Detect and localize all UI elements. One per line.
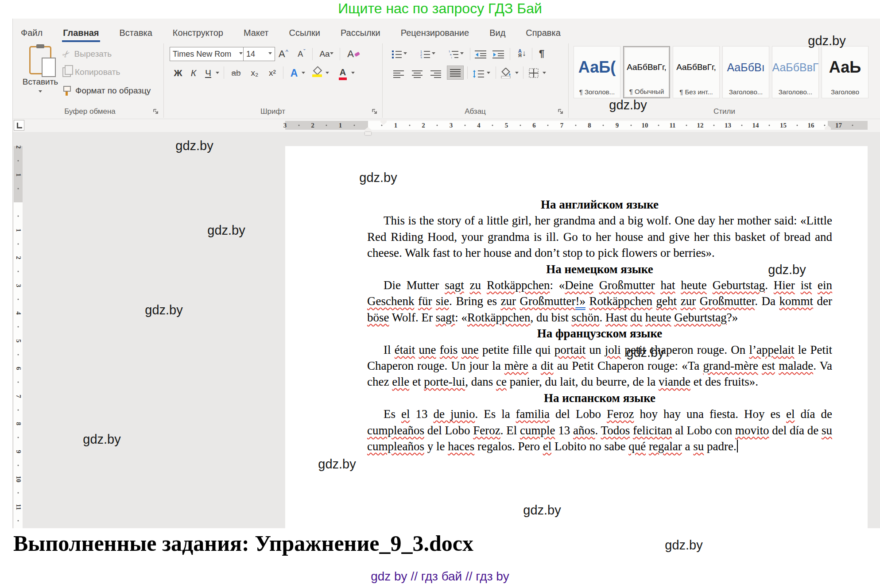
style-item-5[interactable]: АаЬЗаголово bbox=[822, 46, 868, 98]
text-run bbox=[775, 359, 779, 372]
arrow-down-icon: ↓ bbox=[522, 49, 526, 58]
tab-help[interactable]: Справка bbox=[525, 28, 561, 38]
font-size-combobox[interactable]: 14 bbox=[243, 47, 275, 61]
tab-review[interactable]: Рецензирование bbox=[400, 28, 470, 38]
copy-button[interactable]: Копировать bbox=[62, 67, 120, 77]
ruler-number: 9 bbox=[15, 450, 22, 453]
group-paragraph: 123 1ai А Я ↓ ¶ bbox=[382, 43, 569, 118]
svg-text:1: 1 bbox=[420, 50, 422, 53]
cut-button[interactable]: ✂ Вырезать bbox=[62, 49, 112, 59]
align-center-button[interactable] bbox=[410, 66, 425, 81]
ruler-number: 4 bbox=[477, 122, 481, 129]
highlight-chevron-icon[interactable] bbox=[326, 72, 329, 76]
style-item-0[interactable]: АаБ(¶ Зоголов... bbox=[574, 46, 620, 98]
tab-home[interactable]: Главная bbox=[62, 28, 100, 38]
tab-layout[interactable]: Макет bbox=[243, 28, 270, 38]
text-run: Es bbox=[384, 407, 401, 421]
style-item-1[interactable]: АаБбВвГг,¶ Обычный bbox=[623, 46, 670, 98]
multilevel-chevron-icon[interactable] bbox=[460, 52, 464, 56]
misspelled-word: elle bbox=[392, 375, 409, 388]
first-line-indent-marker[interactable] bbox=[380, 120, 387, 125]
ruler-number: 3 bbox=[283, 122, 287, 129]
svg-text:2: 2 bbox=[420, 53, 422, 56]
misspelled-word: Geschenk bbox=[367, 294, 414, 308]
strikethrough-button[interactable]: ab bbox=[228, 66, 244, 81]
text-run bbox=[646, 440, 649, 453]
bold-button[interactable]: Ж bbox=[171, 66, 185, 81]
align-left-button[interactable] bbox=[391, 66, 406, 81]
tab-insert[interactable]: Вставка bbox=[119, 28, 153, 38]
shading-button[interactable] bbox=[499, 66, 513, 81]
left-indent-marker[interactable] bbox=[365, 127, 371, 135]
tab-design[interactable]: Конструктор bbox=[172, 28, 224, 38]
text-run bbox=[436, 343, 440, 356]
superscript-button[interactable]: x² bbox=[264, 66, 280, 81]
borders-button[interactable] bbox=[527, 66, 541, 81]
increase-indent-button[interactable] bbox=[491, 46, 505, 62]
tab-selector[interactable] bbox=[14, 120, 24, 131]
text-effects-chevron-icon[interactable] bbox=[302, 72, 305, 76]
ruler-tick bbox=[18, 216, 19, 217]
numbering-button[interactable]: 123 bbox=[419, 46, 431, 62]
sort-button[interactable]: А Я ↓ bbox=[514, 46, 530, 61]
font-color-chevron-icon[interactable] bbox=[351, 72, 355, 76]
shading-chevron-icon[interactable] bbox=[515, 72, 519, 76]
underline-chevron-icon[interactable] bbox=[216, 72, 219, 76]
underline-button[interactable]: Ч bbox=[202, 66, 214, 81]
font-dialog-launcher[interactable] bbox=[372, 108, 378, 115]
style-label: Заголово... bbox=[729, 88, 763, 96]
numbering-chevron-icon[interactable] bbox=[432, 52, 435, 56]
decrease-indent-button[interactable] bbox=[473, 46, 488, 62]
justify-button[interactable] bbox=[447, 66, 464, 80]
line-spacing-chevron-icon[interactable] bbox=[487, 72, 490, 76]
text-run: et bbox=[409, 375, 424, 388]
ruler-tick bbox=[18, 243, 19, 244]
misspelled-word: su bbox=[822, 424, 832, 437]
format-painter-button[interactable]: Формат по образцу bbox=[62, 86, 151, 96]
change-case-button[interactable]: Aa bbox=[316, 46, 337, 62]
style-item-3[interactable]: АаБбВıЗаголово... bbox=[722, 46, 769, 98]
svg-text:3: 3 bbox=[420, 56, 422, 58]
text-run: 13 bbox=[555, 424, 574, 437]
tab-view[interactable]: Вид bbox=[488, 28, 506, 38]
tab-file[interactable]: Файл bbox=[20, 28, 43, 38]
misspelled-word: sagt bbox=[436, 311, 455, 324]
style-item-4[interactable]: АаБбВвГЗаголово... bbox=[772, 46, 819, 98]
subscript-button[interactable]: x₂ bbox=[247, 66, 263, 81]
line-spacing-button[interactable] bbox=[471, 66, 486, 81]
misspelled-word: Geburtstag bbox=[674, 311, 726, 324]
text-run: ?» bbox=[727, 311, 738, 324]
align-right-button[interactable] bbox=[428, 66, 443, 81]
clipboard-dialog-launcher[interactable] bbox=[153, 108, 159, 115]
watermark: gdz.by bbox=[359, 170, 397, 185]
document-text[interactable]: На английском языкеThis is the story of … bbox=[367, 197, 832, 455]
bullets-button[interactable] bbox=[391, 46, 403, 62]
ruler-tick bbox=[18, 298, 19, 300]
document-page[interactable]: На английском языкеThis is the story of … bbox=[285, 146, 868, 528]
italic-button[interactable]: К bbox=[187, 66, 200, 81]
borders-chevron-icon[interactable] bbox=[543, 72, 546, 76]
doc-paragraph: Es el 13 de junio. Es la familia del Lob… bbox=[367, 406, 832, 454]
highlight-button[interactable] bbox=[310, 65, 324, 80]
grow-font-button[interactable]: A ^ bbox=[275, 46, 292, 62]
tab-references[interactable]: Ссылки bbox=[288, 28, 321, 38]
misspelled-word: Hier bbox=[774, 279, 795, 292]
show-marks-button[interactable]: ¶ bbox=[535, 46, 548, 61]
ruler-number: 1 bbox=[15, 228, 22, 232]
paste-button[interactable]: Вставить bbox=[21, 44, 60, 115]
paragraph-dialog-launcher[interactable] bbox=[558, 108, 564, 115]
text-run: der bbox=[813, 294, 832, 308]
ruler-number: 2 bbox=[15, 145, 22, 149]
vertical-ruler[interactable]: 211234567891011 bbox=[14, 132, 23, 528]
text-effects-button[interactable]: A bbox=[287, 66, 301, 81]
style-item-2[interactable]: АаБбВвГг,¶ Без инт... bbox=[673, 46, 720, 98]
horizontal-ruler[interactable]: 3211234567891011121314151617 bbox=[285, 121, 868, 130]
font-family-combobox[interactable]: Times New Rom bbox=[170, 47, 246, 61]
multilevel-list-button[interactable]: 1ai bbox=[448, 46, 459, 62]
tab-mailings[interactable]: Рассылки bbox=[340, 28, 381, 38]
bullets-chevron-icon[interactable] bbox=[403, 52, 407, 56]
clear-formatting-button[interactable]: A bbox=[344, 46, 363, 62]
shrink-font-button[interactable]: A ˇ bbox=[294, 46, 310, 62]
ruler-tick bbox=[353, 125, 355, 126]
font-color-button[interactable]: A bbox=[336, 65, 349, 80]
